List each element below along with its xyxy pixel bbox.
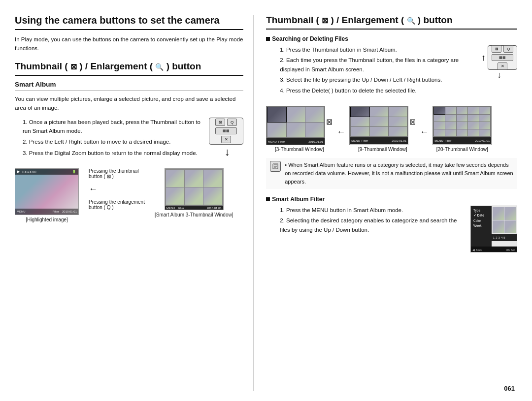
filter-title: Smart Album Filter — [266, 196, 517, 203]
smart-album-subtitle: Smart Album — [15, 81, 243, 91]
right-thumbnail-title: Thumbnail ( ⊠ ) / Enlargement ( 🔍 ) butt… — [266, 15, 517, 30]
filter-step-1: 1. Press the MENU button in Smart Album … — [272, 206, 517, 215]
step-1: 1. Once a picture has been played back, … — [15, 118, 203, 136]
right-column: Thumbnail ( ⊠ ) / Enlargement ( 🔍 ) butt… — [254, 15, 517, 391]
cam-btn-wide: ▦▦ — [215, 127, 237, 134]
filter-bullet-icon — [266, 197, 270, 201]
intro-text: In Play mode, you can use the buttons on… — [15, 35, 243, 53]
step-2: 2. Press the Left / Right button to move… — [15, 137, 203, 146]
highlighted-image: ▶ 100-0010 🔋 MENUFilter2010.01.01 — [15, 168, 79, 215]
cam-btn-zoom: Q — [227, 119, 237, 126]
illustration-area: ▶ 100-0010 🔋 MENUFilter2010.01.01 [Highl… — [15, 168, 243, 222]
bullet-icon — [266, 37, 270, 41]
20-thumb-box: MENUFilter2010.01.01 — [432, 106, 492, 145]
note-icon — [270, 161, 281, 172]
smart-album-caption: [Smart Album 3-Thumbnail Window] — [155, 212, 233, 217]
pressing-thumbnail-label: Pressing the thumbnailbutton ( ⊠ ) — [89, 168, 145, 179]
9-thumb-window: MENUFilter2010.01.01 ⊠ [9-Thumbnail Wind… — [349, 106, 416, 152]
arrow-down: ↓ — [225, 147, 230, 157]
left-column: Using the camera buttons to set the came… — [15, 15, 254, 391]
r-step-4: 4. Press the Delete( ) button to delete … — [272, 86, 517, 95]
highlighted-caption: [Highlighted image] — [26, 217, 68, 222]
3-thumb-caption: [3-Thumbnail Window] — [275, 147, 324, 152]
note-text: • When Smart Album feature runs or a cat… — [285, 161, 513, 186]
thumbnail-windows-row: MENUFilter2010.01.01 ⊠ [3-Thumbnail Wind… — [266, 106, 517, 152]
using-title: Using the camera buttons to set the came… — [15, 15, 243, 30]
cam-btn-grid: ⊠ — [215, 119, 225, 126]
pressing-enlargement-label: Pressing the enlargementbutton ( Q ) — [89, 199, 145, 210]
filter-steps: 1. Press the MENU button in Smart Album … — [266, 206, 517, 234]
camera-buttons-illustration: ⊠ Q ▦▦ ✕ — [209, 118, 243, 145]
cam-btn-x: ✕ — [221, 136, 231, 143]
left-thumbnail-title: Thumbnail ( ⊠ ) / Enlargement ( 🔍 ) butt… — [15, 61, 243, 76]
note-box: • When Smart Album feature runs or a cat… — [266, 158, 517, 189]
20-thumb-caption: [20-Thumbnail Window] — [436, 147, 488, 152]
3-thumb-window: MENUFilter2010.01.01 ⊠ [3-Thumbnail Wind… — [266, 106, 332, 152]
r-step-1: 1. Press the Thumbnail button in Smart A… — [272, 45, 517, 54]
filter-step-2: 2. Selecting the desired category enable… — [272, 216, 517, 234]
searching-steps: 1. Press the Thumbnail button in Smart A… — [266, 45, 517, 95]
smart-album-body: You can view multiple pictures, enlarge … — [15, 94, 243, 113]
arrow-left-2: ← — [420, 127, 429, 137]
searching-section: Searching or Deleting Files ↑ ⊠ Q ▦▦ — [266, 35, 517, 95]
filter-nav-bar: ◀ BackOK Set — [471, 247, 517, 252]
smart-album-steps: 1. Once a picture has been played back, … — [15, 118, 203, 158]
3-thumb-box: MENUFilter2010.01.01 — [266, 106, 325, 145]
page-number: 061 — [504, 385, 515, 392]
r-step-2: 2. Each time you press the Thumbnail but… — [272, 56, 517, 74]
arrow-left-1: ← — [336, 127, 345, 137]
9-thumb-caption: [9-Thumbnail Window] — [358, 147, 407, 152]
9-thumb-box: MENUFilter2010.01.01 — [349, 106, 408, 145]
smart-album-filter-section: Smart Album Filter Type ✓ Date Color Wee… — [266, 196, 517, 252]
r-step-3: 3. Select the file by pressing the Up / … — [272, 75, 517, 84]
20-thumb-window: MENUFilter2010.01.01 [20-Thumbnail Windo… — [432, 106, 492, 152]
step-3: 3. Press the Digital Zoom button to retu… — [15, 149, 203, 157]
searching-title: Searching or Deleting Files — [266, 35, 517, 42]
smart-album-window: MENUFilter2010.01.01 — [165, 168, 224, 210]
